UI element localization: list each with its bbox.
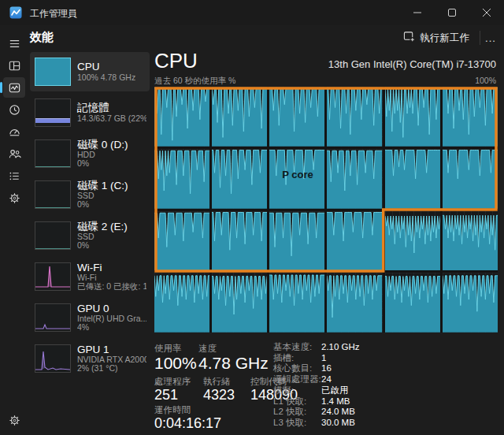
processes-label: 處理程序 (154, 376, 191, 388)
detail-value: 24.0 MB (321, 407, 360, 416)
graph-caption: 過去 60 秒的使用率 % (154, 76, 235, 87)
wifi-thumbnail (35, 262, 71, 291)
threads-value: 4323 (203, 387, 235, 403)
detail-value: 1.4 MB (321, 396, 360, 406)
cpu-core-graph (327, 87, 382, 147)
cpu-core-grid (154, 87, 498, 333)
cpu-core-graph (154, 273, 209, 333)
nav-rail (0, 25, 28, 435)
cpu-core-graph (269, 211, 324, 271)
cpu-core-graph (212, 211, 267, 271)
run-new-task-button[interactable]: 執行新工作 (397, 28, 476, 48)
cpu-core-graph (327, 211, 382, 271)
sidebar-item-memory[interactable]: 記憶體14.3/63.7 GB (22%) (30, 93, 150, 132)
maximize-button[interactable] (435, 0, 469, 25)
detail-label: 基本速度: (273, 342, 318, 351)
detail-label: L3 快取: (273, 418, 318, 427)
p-core-annotation-label: P core (272, 169, 323, 180)
processes-value: 251 (154, 387, 178, 403)
cpu-core-graph (385, 87, 440, 147)
cpu-core-graph (212, 87, 267, 147)
detail-value: 2.10 GHz (321, 342, 360, 351)
gpu1-thumbnail (35, 344, 71, 373)
close-button[interactable] (469, 0, 504, 25)
settings-icon[interactable] (3, 410, 25, 430)
detail-label: L1 快取: (273, 396, 318, 406)
minimize-button[interactable] (400, 0, 435, 25)
app-icon (9, 6, 22, 19)
uptime-label: 運作時間 (154, 404, 191, 416)
cpu-core-graph (385, 273, 440, 333)
disk2-thumbnail (35, 221, 71, 250)
gpu0-thumbnail (35, 303, 71, 332)
cpu-core-graph (212, 149, 267, 209)
titlebar: 工作管理員 (0, 0, 504, 25)
sidebar-item-services[interactable] (3, 188, 25, 208)
sidebar-item-disk1[interactable]: 磁碟 1 (C:)SSD0% (30, 175, 150, 214)
detail-label: 邏輯處理器: (273, 374, 318, 384)
detail-label: 插槽: (273, 353, 318, 362)
task-manager-window: 工作管理員 效能 執行新工作 ... CPU100% 4.78 GHz 記憶體1… (0, 0, 504, 435)
sidebar-item-cpu[interactable]: CPU100% 4.78 GHz (30, 52, 150, 91)
cpu-core-graph (443, 273, 498, 333)
cpu-core-graph (154, 211, 209, 271)
detail-label: 核心數目: (273, 363, 318, 373)
memory-thumbnail (35, 99, 71, 127)
detail-value: 24 (321, 374, 360, 384)
cpu-core-graph (443, 87, 498, 147)
cpu-heading: CPU (154, 49, 198, 73)
disk0-thumbnail (35, 139, 71, 168)
cpu-thumbnail (35, 58, 71, 86)
run-new-task-label: 執行新工作 (421, 32, 470, 45)
cpu-core-graph (443, 211, 498, 271)
sidebar-item-disk2[interactable]: 磁碟 2 (E:)SSD0% (30, 216, 150, 255)
new-task-icon (403, 31, 415, 45)
cpu-core-graph (269, 87, 324, 147)
toolbar-divider (480, 31, 480, 45)
utilization-label: 使用率 (154, 343, 182, 355)
detail-label: 模擬: (273, 385, 318, 395)
sidebar-item-app-history[interactable] (3, 99, 25, 120)
cpu-core-graph (385, 211, 440, 271)
threads-label: 執行緒 (203, 376, 231, 388)
detail-value: 16 (321, 363, 360, 373)
cpu-core-grid-area[interactable]: P core (154, 87, 498, 333)
sidebar-item-performance[interactable] (3, 77, 25, 98)
cpu-core-graph (385, 149, 440, 209)
disk1-thumbnail (35, 180, 71, 209)
sidebar-item-gpu0[interactable]: GPU 0Intel(R) UHD Gra...4% (30, 298, 150, 337)
sidebar-item-startup-apps[interactable] (3, 121, 25, 142)
more-options-button[interactable]: ... (482, 28, 499, 48)
graph-max-label: 100% (475, 76, 496, 85)
sidebar-item-gpu1[interactable]: GPU 1NVIDIA RTX A20002% (31 °C) (30, 339, 150, 378)
speed-label: 速度 (198, 343, 217, 355)
utilization-value: 100% (154, 354, 197, 373)
sidebar-item-details[interactable] (3, 165, 25, 186)
sidebar-item-users[interactable] (3, 143, 25, 164)
cpu-core-graph (269, 273, 324, 333)
detail-label: L2 快取: (273, 407, 318, 416)
detail-value: 已啟用 (321, 385, 360, 395)
performance-sidebar: CPU100% 4.78 GHz 記憶體14.3/63.7 GB (22%) 磁… (30, 49, 150, 435)
uptime-value: 0:04:16:17 (154, 415, 221, 432)
speed-value: 4.78 GHz (198, 354, 269, 373)
sidebar-item-wifi[interactable]: Wi-FiWi-Fi已傳送: 0 已接收: 16.0 l (30, 257, 150, 296)
cpu-details-list: 基本速度:2.10 GHz 插槽:1 核心數目:16 邏輯處理器:24 模擬:已… (273, 342, 360, 427)
page-title: 效能 (30, 30, 54, 45)
cpu-core-graph (327, 273, 382, 333)
cpu-core-graph (154, 87, 209, 147)
window-title: 工作管理員 (30, 7, 77, 20)
sidebar-item-disk0[interactable]: 磁碟 0 (D:)HDD0% (30, 134, 150, 173)
cpu-core-graph (443, 149, 498, 209)
detail-value: 30.0 MB (321, 418, 360, 427)
cpu-core-graph (327, 149, 382, 209)
cpu-core-graph (154, 149, 209, 209)
sidebar-item-processes[interactable] (3, 55, 25, 76)
menu-icon[interactable] (3, 33, 25, 54)
cpu-core-graph (212, 273, 267, 333)
cpu-model-name: 13th Gen Intel(R) Core(TM) i7-13700 (328, 58, 496, 70)
detail-value: 1 (321, 353, 360, 362)
